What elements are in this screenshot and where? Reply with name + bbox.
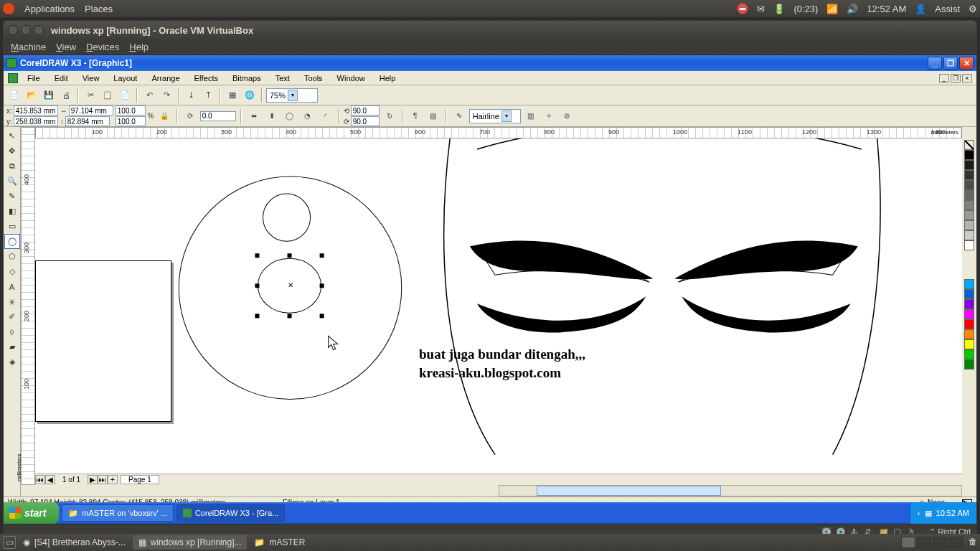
next-page-button[interactable]: ▶: [88, 475, 98, 484]
color-swatch[interactable]: [964, 329, 974, 339]
rectangle-tool[interactable]: ▭: [4, 219, 20, 234]
horizontal-scrollbar[interactable]: [35, 485, 962, 496]
lock-ratio-button[interactable]: 🔒: [156, 108, 172, 124]
mirror-v-button[interactable]: ⬍: [264, 108, 280, 124]
pos-y-input[interactable]: 258.038 mm: [14, 116, 58, 126]
color-swatch[interactable]: [964, 240, 974, 250]
paste-button[interactable]: 📄: [117, 88, 133, 103]
outline-dropdown-icon[interactable]: ▾: [501, 110, 512, 122]
tray-arrow-icon[interactable]: ‹: [918, 509, 920, 517]
copy-button[interactable]: 📋: [100, 88, 116, 103]
add-page-button[interactable]: +: [108, 475, 118, 484]
pick-tool[interactable]: ↖: [4, 128, 20, 143]
redo-button[interactable]: ↷: [159, 88, 174, 103]
menu-view[interactable]: View: [76, 72, 106, 84]
color-swatch[interactable]: [964, 319, 974, 329]
start-angle-input[interactable]: 90.0: [351, 105, 380, 116]
trash-icon[interactable]: 🗑: [969, 537, 977, 548]
menu-arrange[interactable]: Arrange: [145, 72, 186, 84]
workspace-3[interactable]: [933, 537, 947, 548]
last-page-button[interactable]: ⏭: [98, 475, 108, 484]
menu-tools[interactable]: Tools: [298, 72, 329, 84]
menu-layout[interactable]: Layout: [107, 72, 143, 84]
menu-window[interactable]: Window: [331, 72, 372, 84]
system-tray[interactable]: ‹ ▦ 10:52 AM: [910, 502, 976, 524]
vbox-menu-help[interactable]: Help: [129, 42, 149, 52]
first-page-button[interactable]: ⏮: [35, 475, 45, 484]
zoom-dropdown-icon[interactable]: ▾: [288, 90, 298, 101]
ellipse-type-button[interactable]: ◯: [282, 108, 298, 124]
tray-vbox-icon[interactable]: ▦: [925, 509, 932, 518]
pie-button[interactable]: ◔: [300, 108, 316, 124]
color-swatch[interactable]: [964, 200, 974, 210]
vbox-minimize-button[interactable]: [21, 25, 31, 35]
menu-bitmaps[interactable]: Bitmaps: [226, 72, 268, 84]
color-swatch[interactable]: [964, 349, 974, 359]
menu-help[interactable]: Help: [373, 72, 402, 84]
eyedropper-tool[interactable]: ✐: [4, 309, 20, 324]
no-color-swatch[interactable]: [964, 140, 974, 150]
color-swatch[interactable]: [964, 309, 974, 319]
to-back-button[interactable]: ▥: [523, 108, 539, 124]
corel-minimize-button[interactable]: _: [928, 57, 942, 70]
vbox-menu-view[interactable]: View: [56, 42, 76, 52]
to-front-button[interactable]: ▤: [425, 108, 441, 124]
color-swatch[interactable]: [964, 279, 974, 289]
undo-button[interactable]: ↶: [141, 88, 157, 103]
outline-combo[interactable]: Hairline ▾: [469, 109, 521, 123]
volume-icon[interactable]: 🔊: [847, 4, 858, 14]
prev-page-button[interactable]: ◀: [45, 475, 55, 484]
corel-online-button[interactable]: 🌐: [242, 88, 258, 103]
corel-close-button[interactable]: ✕: [959, 57, 974, 70]
clockwise-button[interactable]: ↻: [382, 108, 397, 124]
doc-minimize-button[interactable]: _: [939, 74, 949, 83]
zoom-tool[interactable]: 🔍: [4, 174, 20, 189]
clock[interactable]: 12:52 AM: [867, 4, 906, 14]
scale-x-input[interactable]: 100.0: [116, 105, 146, 116]
width-input[interactable]: 97.104 mm: [69, 105, 113, 116]
drawing-canvas[interactable]: ✕ buat juga bundar ditengah,,, k: [35, 138, 962, 474]
end-angle-input[interactable]: 90.0: [351, 116, 380, 126]
basic-shapes-tool[interactable]: ◇: [4, 264, 20, 279]
text-tool[interactable]: A: [4, 279, 20, 294]
vbox-menu-devices[interactable]: Devices: [86, 42, 119, 52]
mirror-h-button[interactable]: ⬌: [246, 108, 262, 124]
workspace-4[interactable]: [948, 537, 963, 548]
corel-titlebar[interactable]: CorelDRAW X3 - [Graphic1] _ ❐ ✕: [4, 55, 976, 71]
import-button[interactable]: ⤓: [183, 88, 199, 103]
color-swatch[interactable]: [964, 190, 974, 200]
color-swatch[interactable]: [964, 150, 974, 160]
zoom-combo[interactable]: 75% ▾: [266, 88, 318, 103]
shape-tool[interactable]: ✥: [4, 143, 20, 159]
fill-tool[interactable]: ▰: [4, 339, 20, 354]
color-swatch[interactable]: [964, 359, 974, 369]
color-swatch[interactable]: [964, 180, 974, 190]
outline-tool[interactable]: ◊: [4, 324, 20, 339]
menu-text[interactable]: Text: [269, 72, 296, 84]
menu-file[interactable]: File: [21, 72, 47, 84]
workspace-2[interactable]: [917, 537, 931, 548]
menu-effects[interactable]: Effects: [188, 72, 225, 84]
ubuntu-logo-icon[interactable]: [3, 3, 14, 14]
show-desktop-button[interactable]: ▭: [3, 536, 16, 549]
mail-icon[interactable]: ✉: [757, 4, 765, 14]
taskbar-item-folder[interactable]: 📁 mASTER on 'vboxsrv' ...: [62, 504, 174, 522]
vbox-close-button[interactable]: [8, 25, 18, 35]
rotate-input[interactable]: 0.0: [200, 111, 236, 121]
wrap-text-button[interactable]: ¶: [407, 108, 423, 124]
no-entry-icon[interactable]: [737, 3, 748, 14]
export-button[interactable]: ⤒: [200, 88, 216, 103]
save-button[interactable]: 💾: [41, 88, 57, 103]
color-swatch[interactable]: [964, 299, 974, 309]
new-button[interactable]: 📄: [6, 88, 22, 103]
vbox-menu-machine[interactable]: Machine: [11, 42, 46, 52]
applications-menu[interactable]: Applications: [24, 4, 75, 14]
workspace-1[interactable]: [901, 537, 915, 548]
cut-button[interactable]: ✂: [83, 88, 98, 103]
freehand-tool[interactable]: ✎: [4, 189, 20, 204]
height-input[interactable]: 82.894 mm: [65, 116, 110, 126]
polygon-tool[interactable]: ⬠: [4, 249, 20, 264]
panel-task-folder[interactable]: 📁mASTER: [248, 535, 311, 550]
smart-fill-tool[interactable]: ◧: [4, 204, 20, 219]
color-swatch[interactable]: [964, 160, 974, 170]
